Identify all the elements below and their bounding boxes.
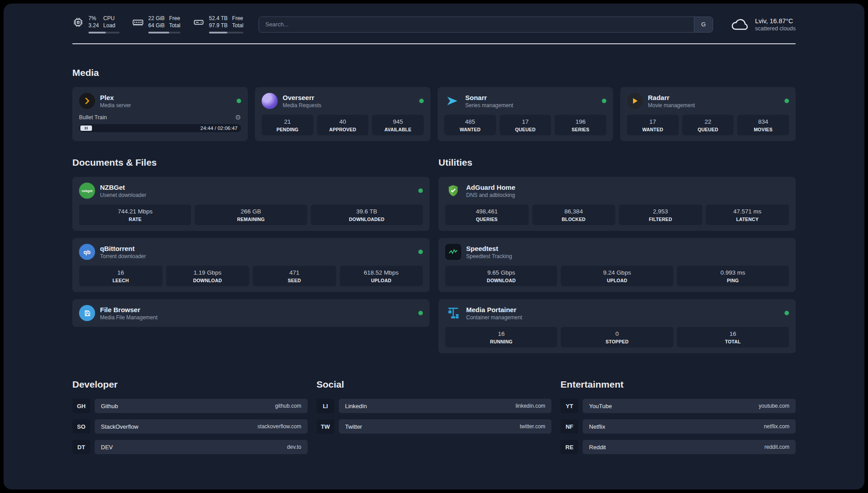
bookmark-link-netflix[interactable]: Netflix netflix.com — [583, 419, 796, 434]
ram-label-top: Free — [169, 15, 180, 22]
nzbget-icon: nzbget — [79, 183, 95, 199]
stat-label: DOWNLOADED — [313, 217, 421, 222]
bookmark-row-twitter: TW Twitter twitter.com — [317, 419, 552, 434]
playback-progress-bar[interactable]: 24:44 / 02:06:47 — [79, 124, 241, 132]
pause-button[interactable] — [80, 125, 92, 131]
bookmark-group-social: Social LI LinkedIn linkedin.com TW Twitt… — [317, 379, 552, 454]
bookmark-domain: twitter.com — [520, 423, 545, 430]
service-card-nzbget[interactable]: nzbget NZBGet Usenet downloader 744.21 M… — [72, 177, 430, 231]
bookmark-row-reddit: RE Reddit reddit.com — [560, 440, 796, 454]
status-dot — [785, 99, 789, 103]
stat-value: 945 — [374, 118, 422, 125]
service-card-overseerr[interactable]: Overseerr Media Requests 21 PENDING 40 A… — [255, 87, 430, 141]
service-subtitle: Container management — [466, 314, 522, 321]
stat-value: 834 — [739, 118, 787, 125]
bookmark-link-twitter[interactable]: Twitter twitter.com — [339, 419, 552, 434]
service-card-portainer[interactable]: Media Portainer Container management 16 … — [438, 299, 796, 353]
bookmark-row-github: GH Github github.com — [72, 399, 308, 413]
memory-icon — [132, 17, 144, 28]
bookmark-link-linkedin[interactable]: LinkedIn linkedin.com — [339, 399, 552, 413]
stat-label: RUNNING — [447, 339, 555, 344]
service-name: Media Portainer — [466, 306, 522, 313]
documents-column: Documents & Files nzbget NZBGet Usenet d… — [72, 157, 430, 353]
stat-tile: 618.52 Mbps UPLOAD — [340, 266, 423, 286]
section-title-developer: Developer — [72, 379, 308, 390]
stat-tile: 39.6 TB DOWNLOADED — [311, 205, 423, 225]
cpu-label-top: CPU — [103, 15, 115, 22]
service-subtitle: Media File Management — [100, 314, 158, 321]
stat-label: SEED — [255, 278, 334, 283]
service-card-qbittorrent[interactable]: qb qBittorrent Torrent downloader 16 — [72, 238, 430, 292]
search-engine-button[interactable]: G — [694, 17, 713, 32]
bookmark-link-dev[interactable]: DEV dev.to — [95, 440, 308, 454]
stat-label: QUEUED — [501, 127, 550, 132]
qbittorrent-logo-text: qb — [83, 249, 91, 255]
stat-label: QUERIES — [447, 217, 527, 222]
service-subtitle: Movie management — [648, 102, 695, 109]
status-dot — [418, 188, 423, 193]
ram-monitor: 22 GiB 64 GiB Free Total — [132, 15, 180, 33]
service-card-adguard[interactable]: AdGuard Home DNS and adblocking 498,461 … — [438, 177, 796, 231]
service-card-filebrowser[interactable]: File Browser Media File Management — [72, 299, 430, 327]
stat-label: WANTED — [629, 127, 677, 132]
stat-value: 618.52 Mbps — [342, 269, 421, 276]
stat-tile: 21 PENDING — [262, 115, 313, 135]
filebrowser-icon — [79, 305, 95, 321]
stat-label: UPLOAD — [342, 278, 421, 283]
stat-value: 196 — [556, 118, 605, 125]
stat-value: 471 — [255, 269, 334, 276]
stat-value: 16 — [81, 269, 161, 276]
stat-label: STOPPED — [563, 339, 671, 344]
search-bar: G — [259, 17, 713, 33]
bookmark-abbr: SO — [72, 419, 90, 434]
speedtest-icon — [445, 244, 461, 260]
bookmark-link-youtube[interactable]: YouTube youtube.com — [583, 399, 796, 413]
bookmark-domain: linkedin.com — [516, 403, 546, 409]
radarr-icon — [627, 93, 643, 109]
service-subtitle: DNS and adblocking — [466, 192, 515, 198]
bookmark-row-stackoverflow: SO StackOverflow stackoverflow.com — [72, 419, 308, 434]
stat-label: SERIES — [556, 127, 605, 132]
stat-value: 39.6 TB — [313, 208, 421, 215]
cpu-monitor: 7% 3.24 CPU Load — [72, 15, 120, 33]
stat-value: 744.21 Mbps — [81, 208, 189, 215]
hard-drive-icon — [193, 17, 204, 28]
bookmark-link-stackoverflow[interactable]: StackOverflow stackoverflow.com — [95, 419, 308, 434]
bookmark-link-reddit[interactable]: Reddit reddit.com — [583, 440, 796, 454]
service-card-speedtest[interactable]: Speedtest Speedtest Tracking 9.65 Gbps D… — [438, 238, 796, 292]
disk-monitor: 52.4 TB 97.9 TB Free Total — [193, 15, 243, 33]
stat-label: AVAILABLE — [374, 127, 422, 132]
search-input[interactable] — [259, 17, 694, 32]
stat-label: APPROVED — [319, 127, 367, 132]
service-name: Speedtest — [466, 245, 512, 252]
bookmark-name: Github — [101, 403, 118, 409]
bookmark-name: StackOverflow — [101, 423, 138, 430]
stat-label: REMAINING — [196, 217, 305, 222]
system-monitors: 7% 3.24 CPU Load — [72, 15, 243, 33]
cpu-chip-icon — [72, 17, 84, 28]
service-card-radarr[interactable]: Radarr Movie management 17 WANTED 22 QUE… — [620, 87, 796, 141]
disk-progress-bar — [209, 32, 243, 33]
bookmark-name: DEV — [101, 444, 113, 451]
status-dot — [419, 99, 424, 103]
bookmark-domain: dev.to — [287, 444, 301, 450]
service-subtitle: Speedtest Tracking — [466, 253, 512, 259]
section-title-documents: Documents & Files — [72, 157, 430, 168]
stat-tile: 471 SEED — [253, 266, 336, 286]
sonarr-icon — [444, 93, 460, 109]
cpu-loadavg: 3.24 — [88, 22, 99, 29]
service-card-plex[interactable]: Plex Media server Bullet Train ⚙ 24:44 /… — [72, 87, 248, 141]
status-dot — [418, 250, 423, 254]
weather-widget: Lviv, 16.87°C scattered clouds — [731, 17, 796, 32]
ram-progress-bar — [148, 32, 180, 33]
service-card-sonarr[interactable]: Sonarr Series management 485 WANTED 17 Q… — [438, 87, 613, 141]
bookmark-link-github[interactable]: Github github.com — [95, 399, 308, 413]
cpu-label-bottom: Load — [103, 22, 115, 29]
service-name: Radarr — [648, 94, 695, 101]
stat-label: LEECH — [81, 278, 161, 283]
stat-label: BLOCKED — [534, 217, 614, 222]
gear-icon[interactable]: ⚙ — [235, 114, 241, 121]
stat-tile: 40 APPROVED — [317, 115, 369, 135]
topbar: 7% 3.24 CPU Load — [72, 4, 796, 33]
stat-tile: 47.571 ms LATENCY — [706, 205, 789, 225]
